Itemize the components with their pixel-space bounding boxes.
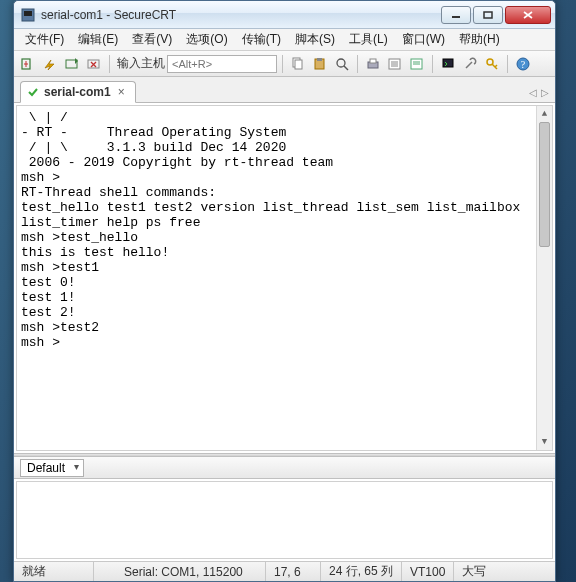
session-selected: Default: [27, 461, 65, 475]
status-emulation: VT100: [402, 562, 454, 581]
menu-transfer[interactable]: 传输(T): [235, 29, 288, 50]
tab-label: serial-com1: [44, 85, 111, 99]
minimize-button[interactable]: [441, 6, 471, 24]
connect-icon[interactable]: [18, 54, 38, 74]
statusbar: 就绪 Serial: COM1, 115200 17, 6 24 行, 65 列…: [14, 561, 555, 581]
connected-icon: [27, 86, 39, 98]
menu-file[interactable]: 文件(F): [18, 29, 71, 50]
close-button[interactable]: [505, 6, 551, 24]
toolbar-separator: [432, 55, 433, 73]
tools-icon[interactable]: [460, 54, 480, 74]
copy-icon[interactable]: [288, 54, 308, 74]
key-icon[interactable]: [482, 54, 502, 74]
svg-point-11: [337, 59, 345, 67]
host-input[interactable]: [167, 55, 277, 73]
status-ready: 就绪: [14, 562, 94, 581]
help-icon[interactable]: ?: [513, 54, 533, 74]
window-title: serial-com1 - SecureCRT: [41, 8, 439, 22]
menu-view[interactable]: 查看(V): [125, 29, 179, 50]
terminal-output: \ | / - RT - Thread Operating System / |…: [21, 110, 520, 350]
run-script-icon[interactable]: [438, 54, 458, 74]
svg-rect-16: [443, 59, 453, 67]
terminal[interactable]: \ | / - RT - Thread Operating System / |…: [16, 105, 553, 451]
find-icon[interactable]: [332, 54, 352, 74]
session-options-icon[interactable]: [407, 54, 427, 74]
app-window: serial-com1 - SecureCRT 文件(F) 编辑(E) 查看(V…: [13, 0, 556, 582]
menu-options[interactable]: 选项(O): [179, 29, 234, 50]
toolbar-separator: [282, 55, 283, 73]
terminal-scrollbar[interactable]: ▲▼: [536, 106, 552, 450]
menu-help[interactable]: 帮助(H): [452, 29, 507, 50]
svg-rect-8: [295, 60, 302, 69]
tab-serial-com1[interactable]: serial-com1 ×: [20, 81, 136, 103]
tabstrip: serial-com1 × ◁ ▷: [14, 77, 555, 103]
menu-window[interactable]: 窗口(W): [395, 29, 452, 50]
disconnect-icon[interactable]: [84, 54, 104, 74]
command-input-pane[interactable]: [16, 481, 553, 559]
menubar: 文件(F) 编辑(E) 查看(V) 选项(O) 传输(T) 脚本(S) 工具(L…: [14, 29, 555, 51]
svg-rect-10: [317, 58, 322, 61]
reconnect-icon[interactable]: [62, 54, 82, 74]
svg-rect-13: [370, 59, 376, 63]
session-select[interactable]: Default: [20, 459, 84, 477]
host-label: 输入主机: [117, 55, 165, 72]
toolbar-separator: [357, 55, 358, 73]
tab-next-icon[interactable]: ▷: [541, 87, 549, 98]
status-cursor: 17, 6: [266, 562, 321, 581]
toolbar: 输入主机 ?: [14, 51, 555, 77]
tab-prev-icon[interactable]: ◁: [529, 87, 537, 98]
svg-rect-2: [452, 16, 460, 18]
tab-close-button[interactable]: ×: [116, 85, 127, 99]
print-icon[interactable]: [363, 54, 383, 74]
options-icon[interactable]: [385, 54, 405, 74]
status-port: Serial: COM1, 115200: [116, 562, 266, 581]
maximize-button[interactable]: [473, 6, 503, 24]
svg-text:?: ?: [521, 59, 526, 70]
menu-edit[interactable]: 编辑(E): [71, 29, 125, 50]
scroll-down-icon[interactable]: ▼: [537, 434, 552, 450]
menu-tools[interactable]: 工具(L): [342, 29, 395, 50]
toolbar-separator: [109, 55, 110, 73]
svg-rect-1: [24, 11, 32, 16]
scroll-thumb[interactable]: [539, 122, 550, 247]
paste-icon[interactable]: [310, 54, 330, 74]
app-icon: [20, 7, 36, 23]
menu-script[interactable]: 脚本(S): [288, 29, 342, 50]
status-caps: 大写: [454, 562, 494, 581]
session-bar: Default: [14, 457, 555, 479]
status-size: 24 行, 65 列: [321, 562, 402, 581]
scroll-up-icon[interactable]: ▲: [537, 106, 552, 122]
quick-connect-icon[interactable]: [40, 54, 60, 74]
svg-rect-3: [484, 12, 492, 18]
toolbar-separator: [507, 55, 508, 73]
terminal-area: \ | / - RT - Thread Operating System / |…: [14, 103, 555, 561]
titlebar[interactable]: serial-com1 - SecureCRT: [14, 1, 555, 29]
